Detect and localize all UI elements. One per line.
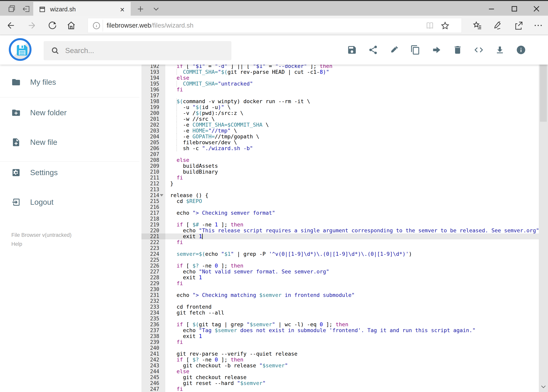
code-line[interactable]: 199 -u "$(id -u)" \ (139, 104, 539, 110)
code-line[interactable]: 196 fi (139, 87, 539, 93)
delete-button[interactable] (452, 45, 463, 55)
hub-favorites-icon[interactable] (472, 20, 483, 30)
code-line[interactable]: 245 git checkout release (139, 374, 539, 380)
sidebar-item-settings[interactable]: Settings (0, 161, 139, 184)
share-page-icon[interactable] (513, 20, 524, 30)
code-line[interactable]: 197 (139, 93, 539, 98)
url-text[interactable]: filebrowser.web/files/wizard.sh (107, 18, 194, 33)
more-menu-icon[interactable] (533, 20, 543, 30)
code-line[interactable]: 200 -v /$(pwd):/src:z \ (139, 110, 539, 116)
code-line[interactable]: 203 -e HOME="//tmp" \ (139, 128, 539, 134)
code-line[interactable]: 217 echo "> Checking semver format" (139, 210, 539, 216)
code-line[interactable]: 220 echo "This release script requires a… (139, 228, 539, 233)
code-line[interactable]: 198 $(command -v winpty) docker run --rm… (139, 98, 539, 104)
code-editor[interactable]: 192 if [ "$1" = "-d" ] || [ "$1" = "--do… (139, 65, 539, 392)
url-bar[interactable]: filebrowser.web/files/wizard.sh (88, 18, 462, 33)
edit-button[interactable] (389, 45, 399, 55)
reading-view-icon[interactable] (425, 21, 434, 30)
fold-toggle-icon[interactable] (160, 194, 163, 196)
share-button[interactable] (368, 45, 378, 55)
code-line[interactable]: 195 COMMIT_SHA="untracked" (139, 81, 539, 87)
code-line[interactable]: 238 exit 1 (139, 333, 539, 339)
copy-button[interactable] (410, 45, 420, 55)
code-line[interactable]: 209 buildAssets (139, 163, 539, 169)
move-button[interactable] (431, 45, 442, 55)
help-link[interactable]: Help (11, 239, 72, 249)
sidebar-divider (0, 97, 139, 98)
sidebar-item-new-folder[interactable]: New folder (0, 101, 139, 125)
browser-tab[interactable]: wizard.sh × (33, 2, 131, 17)
switch-editor-button[interactable] (474, 45, 484, 55)
back-icon[interactable] (6, 20, 16, 30)
code-line[interactable]: 204 -e GOPATH=//tmp/gopath \ (139, 134, 539, 140)
code-line[interactable]: 232 (139, 298, 539, 304)
code-line[interactable]: 210 buildBinary (139, 169, 539, 175)
minimize-button[interactable] (486, 4, 497, 14)
code-line[interactable]: 208 else (139, 157, 539, 163)
code-line[interactable]: 219 if [ $# -ne 1 ]; then (139, 222, 539, 228)
info-button[interactable] (516, 45, 526, 55)
code-line[interactable]: 221 exit 1 (139, 233, 539, 239)
maximize-button[interactable] (509, 4, 520, 14)
search-box[interactable]: Search... (44, 41, 231, 60)
code-line[interactable]: 226 if [ $? -ne 0 ]; then (139, 263, 539, 269)
code-line[interactable]: 243 git checkout -b release "$semver" (139, 363, 539, 369)
code-line[interactable]: 230 (139, 286, 539, 292)
code-line[interactable]: 216 (139, 204, 539, 210)
code-line[interactable]: 247 fi (139, 386, 539, 392)
page-scrollbar[interactable] (539, 35, 548, 392)
code-line[interactable]: 235 (139, 316, 539, 322)
code-line[interactable]: 229 fi (139, 280, 539, 286)
code-line[interactable]: 242 if [ $? -ne 0 ]; then (139, 357, 539, 363)
code-line[interactable]: 237 echo "Tag $semver does not exist in … (139, 327, 539, 333)
add-favorite-star-icon[interactable] (440, 21, 450, 30)
close-window-button[interactable] (531, 4, 541, 14)
filebrowser-logo[interactable] (9, 38, 32, 61)
site-info-icon[interactable] (92, 21, 101, 30)
home-icon[interactable] (66, 20, 76, 30)
code-line[interactable]: 211 fi (139, 175, 539, 181)
code-line[interactable]: 218 (139, 216, 539, 222)
download-button[interactable] (495, 45, 505, 55)
sidebar-item-new-file[interactable]: New file (0, 131, 139, 154)
code-line[interactable]: 207 (139, 151, 539, 157)
code-line[interactable]: 212} (139, 181, 539, 187)
code-line[interactable]: 228 exit 1 (139, 275, 539, 280)
code-line[interactable]: 239 fi (139, 339, 539, 345)
code-line[interactable]: 206 sh -c "./wizard.sh -b" (139, 145, 539, 151)
set-tabs-aside-icon[interactable] (22, 5, 31, 14)
code-line[interactable]: 202 -e COMMIT_SHA=$COMMIT_SHA \ (139, 122, 539, 128)
code-line[interactable]: 213 (139, 187, 539, 192)
code-line[interactable]: 231 echo "> Checking matching $semver in… (139, 292, 539, 298)
tab-close-icon[interactable]: × (118, 6, 126, 14)
code-line[interactable]: 240 (139, 345, 539, 351)
sidebar-item-my-files[interactable]: My files (0, 70, 139, 94)
save-button[interactable] (347, 45, 357, 55)
code-line[interactable]: 227 echo "Not valid semver format. See s… (139, 269, 539, 275)
code-line[interactable]: 244 else (139, 369, 539, 374)
refresh-icon[interactable] (47, 20, 57, 30)
scroll-down-icon[interactable] (540, 383, 547, 390)
code-line[interactable]: 225 (139, 257, 539, 263)
new-tab-icon[interactable] (136, 5, 145, 14)
code-line[interactable]: 201 -w //src \ (139, 116, 539, 122)
code-line[interactable]: 205 filebrowser/dev \ (139, 140, 539, 145)
sidebar-item-logout[interactable]: Logout (0, 190, 139, 214)
code-line[interactable]: 241 git rev-parse --verify --quiet relea… (139, 351, 539, 357)
code-line[interactable]: 246 git reset --hard "$semver" (139, 380, 539, 386)
tab-list-chevron-icon[interactable] (152, 5, 161, 14)
code-line[interactable]: 214release () { (139, 192, 539, 198)
code-line[interactable]: 193 COMMIT_SHA="$(git rev-parse HEAD | c… (139, 69, 539, 75)
code-line[interactable]: 194 else (139, 75, 539, 81)
tab-preview-icon[interactable] (7, 5, 16, 14)
code-line[interactable]: 192 if [ "$1" = "-d" ] || [ "$1" = "--do… (139, 65, 539, 69)
code-line[interactable]: 222 fi (139, 239, 539, 245)
code-line[interactable]: 236 if [ $(git tag | grep "$semver" | wc… (139, 322, 539, 327)
code-line[interactable]: 215 cd $REPO (139, 198, 539, 204)
code-line[interactable]: 233 cd frontend (139, 304, 539, 310)
code-line[interactable]: 234 git fetch --all (139, 310, 539, 316)
web-note-pen-icon[interactable] (493, 20, 503, 30)
forward-icon[interactable] (27, 20, 37, 30)
code-line[interactable]: 224 semver=$(echo "$1" | grep -P '^v(0|[… (139, 251, 539, 257)
code-line[interactable]: 223 (139, 245, 539, 251)
